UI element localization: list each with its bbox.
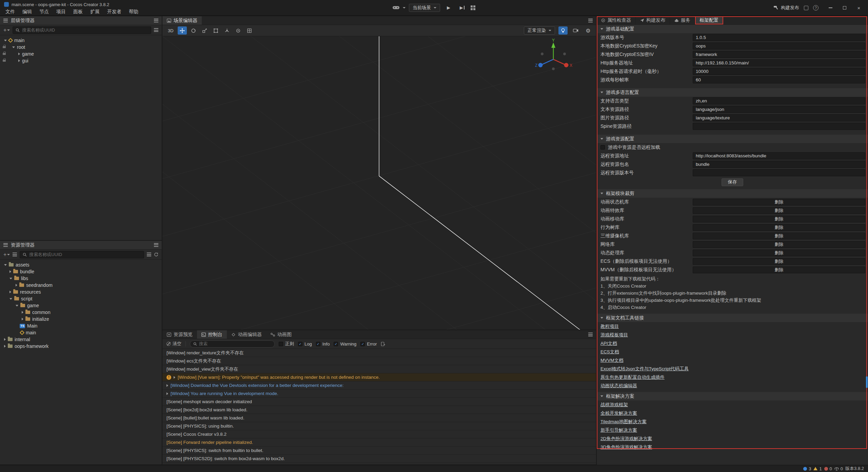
asset-node-bundle[interactable]: bundle [0,268,162,275]
tree-node-root[interactable]: root [0,44,162,51]
save-button[interactable]: 保存 [722,178,743,186]
scale-tool[interactable] [200,26,209,35]
chevron-down-icon[interactable] [9,278,12,279]
delete-button[interactable]: 删除 [693,216,865,222]
step-button[interactable]: ▶ [457,4,467,12]
asset-node-internal[interactable]: internal [0,336,162,343]
asset-node-main-ts[interactable]: TSMain [0,322,162,329]
gear-icon[interactable]: ⚙ [584,26,593,35]
solution-link-2drpg[interactable]: 2D角色扮演游戏解决方案 [597,434,868,443]
chevron-down-icon[interactable] [4,264,7,266]
section-multi-language[interactable]: 游戏多语言配置 [597,88,868,97]
log-row-info[interactable]: [Window] You are running Vue in developm… [162,390,596,398]
remote-address-input[interactable] [693,152,865,159]
tree-node-gui[interactable]: gui [0,57,162,64]
maximize-button[interactable] [837,2,852,14]
filter-log[interactable]: ✓ Log [298,341,312,347]
panel-menu-icon[interactable] [154,19,158,22]
doc-link-hotupdate-plugin[interactable]: 原生包热更新配置自动生成插件 [597,373,868,381]
log-row[interactable]: [Window] ecs文件夹不存在 [162,357,596,365]
log-row[interactable]: [Scene] Cocos Creator v3.8.2 [162,430,596,438]
hierarchy-header[interactable]: 层级管理器 [0,16,162,25]
menu-developer[interactable]: 开发者 [104,8,125,16]
log-count[interactable]: 3 [803,466,811,471]
remote-version-input[interactable] [693,169,865,176]
solution-link-tiledmap[interactable]: Tiledmap地图解决方案 [597,417,868,426]
asset-node-game[interactable]: game [0,302,162,309]
render-mode-dropdown[interactable]: 正常渲染 [524,26,555,35]
doc-link-template[interactable]: 游戏模板项目 [597,331,868,339]
hierarchy-search-input[interactable] [22,27,148,33]
tab-property-inspector[interactable]: 属性检查器 [597,16,636,24]
menu-edit[interactable]: 编辑 [19,8,35,16]
asset-node-seedrandom[interactable]: seedrandom [0,282,162,289]
log-row[interactable]: [Scene] [PHYSICS2D]: switch from box2d-w… [162,455,596,463]
tab-animation-graph[interactable]: 动画图 [266,330,296,339]
filter-icon[interactable] [154,28,158,32]
section-module-trim[interactable]: 框架模块裁剪 [597,189,868,198]
chevron-right-icon[interactable] [9,270,11,273]
filter-error[interactable]: ✓ Error [360,341,377,347]
warning-count[interactable]: 1 [813,466,822,471]
console-searchbox[interactable] [190,340,275,348]
assets-search-input[interactable] [29,252,141,257]
tree-node-game[interactable]: game [0,51,162,57]
chevron-right-icon[interactable] [22,311,23,314]
solution-link-3drpg[interactable]: 3D角色扮演游戏解决方案 [597,443,868,451]
console-search-input[interactable] [199,341,271,346]
add-node-button[interactable]: + [3,27,10,33]
hierarchy-searchbox[interactable] [13,26,151,34]
tree-node-main[interactable]: main [0,37,162,44]
solution-link-wargame[interactable]: 战棋游戏框架 [597,400,868,409]
spine-path-input[interactable] [693,123,865,130]
log-row-info[interactable]: [Window] Download the Vue Devtools exten… [162,381,596,390]
solution-link-fullstack[interactable]: 全栈开发解决方案 [597,409,868,417]
doc-link-ecs[interactable]: ECS文档 [597,348,868,356]
build-publish-button[interactable]: 构建发布 [773,5,799,11]
http-server-input[interactable] [693,59,865,66]
package-icon[interactable] [804,6,808,10]
log-row[interactable]: [Window] render_texture文件夹不存在 [162,349,596,357]
tab-framework-config[interactable]: 框架配置 [695,16,723,24]
chevron-right-icon[interactable] [9,291,11,293]
camera-icon[interactable] [571,26,580,35]
delete-button[interactable]: 删除 [693,258,865,265]
chevron-down-icon[interactable] [4,40,7,41]
log-row[interactable]: [Scene] meshopt wasm decoder initialized [162,398,596,406]
delete-button[interactable]: 删除 [693,233,865,239]
filter-icon[interactable] [147,253,151,256]
panel-menu-icon[interactable] [154,243,158,247]
gizmo-tool[interactable] [222,26,232,35]
panel-menu-icon[interactable] [588,333,593,336]
log-row-warning[interactable]: [Scene] Forward render pipeline initiali… [162,438,596,447]
expand-icon[interactable] [166,392,168,395]
frame-rate-input[interactable] [693,76,865,83]
chevron-right-icon[interactable] [18,53,20,55]
crypto-key-input[interactable] [693,42,865,50]
asset-node-libs[interactable]: libs [0,275,162,282]
asset-node-main-scene[interactable]: main [0,329,162,336]
tab-animation-editor[interactable]: 动画编辑器 [227,330,266,339]
filter-warning[interactable]: ✓ Warning [334,341,356,347]
filter-info[interactable]: ✓ Info [316,341,330,347]
mode-3d-button[interactable]: 3D [166,28,176,33]
panel-menu-icon[interactable] [588,19,593,22]
asset-node-assets[interactable]: assets [0,261,162,268]
section-solutions[interactable]: 框架解决方案 [597,392,868,400]
game-version-input[interactable] [693,34,865,41]
asset-node-resources[interactable]: resources [0,289,162,295]
refresh-icon[interactable] [154,252,158,257]
remote-bundle-input[interactable] [693,161,865,168]
doc-link-api[interactable]: API文档 [597,339,868,348]
layout-grid-icon[interactable] [471,5,475,10]
log-row[interactable]: [Scene] [bullet]:bullet wasm lib loaded. [162,414,596,422]
task-count[interactable]: 0 [834,466,843,471]
clear-button[interactable]: 清空 [166,341,181,347]
help-icon[interactable]: ? [813,5,818,11]
menu-file[interactable]: 文件 [2,8,18,16]
doc-link-excel-tool[interactable]: Excel格式转Json文件与TypeScript代码工具 [597,365,868,373]
chevron-down-icon[interactable] [16,305,18,307]
log-row[interactable]: [Scene] [PHYSICS]: switch from builtin t… [162,447,596,455]
assets-searchbox[interactable] [20,251,144,258]
scrollbar-thumb[interactable] [866,376,868,388]
